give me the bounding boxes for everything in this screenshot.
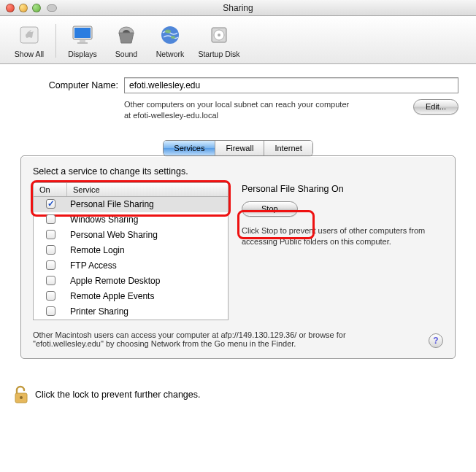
toolbar-displays[interactable]: Displays: [61, 23, 104, 58]
tab-services[interactable]: Services: [164, 141, 215, 155]
svg-rect-2: [74, 28, 91, 38]
services-table: On Service Personal File SharingWindows …: [33, 182, 229, 320]
detail-heading: Personal File Sharing On: [242, 184, 443, 194]
service-name: Personal Web Sharing: [67, 230, 228, 240]
table-row[interactable]: Personal Web Sharing: [34, 228, 228, 243]
table-row[interactable]: Remote Login: [34, 243, 228, 258]
window-title: Sharing: [0, 3, 476, 13]
table-row[interactable]: Personal File Sharing: [34, 197, 228, 212]
toolbar-label: Sound: [115, 50, 137, 58]
svg-rect-4: [77, 42, 88, 44]
checkbox[interactable]: [46, 214, 55, 224]
service-name: Personal File Sharing: [67, 199, 228, 209]
toolbar-label: Network: [156, 50, 185, 58]
toolbar: Show All Displays Sound Network Startup …: [0, 16, 476, 64]
detail-desc: Click Stop to prevent users of other com…: [242, 225, 443, 247]
toolbar-toggle[interactable]: [47, 4, 57, 12]
checkbox[interactable]: [46, 245, 55, 255]
svg-point-14: [20, 396, 23, 399]
toolbar-label: Show All: [15, 50, 44, 58]
computer-name-field[interactable]: [124, 77, 458, 93]
table-row[interactable]: Remote Apple Events: [34, 289, 228, 304]
checkbox[interactable]: [46, 230, 55, 239]
titlebar: Sharing: [0, 0, 476, 16]
service-name: Printer Sharing: [67, 306, 228, 317]
checkbox[interactable]: [46, 199, 55, 209]
separator: [55, 24, 56, 58]
checkbox[interactable]: [46, 276, 55, 285]
table-row[interactable]: Printer Sharing: [34, 304, 228, 320]
tab-internet[interactable]: Internet: [264, 141, 312, 155]
col-on[interactable]: On: [34, 183, 67, 196]
computer-name-label: Computer Name:: [18, 80, 118, 90]
table-row[interactable]: FTP Access: [34, 258, 228, 274]
table-row[interactable]: Apple Remote Desktop: [34, 274, 228, 289]
edit-button[interactable]: Edit...: [413, 99, 458, 115]
service-name: Windows Sharing: [67, 214, 228, 225]
footer-text: Other Macintosh users can access your co…: [33, 330, 418, 348]
service-name: FTP Access: [67, 260, 228, 271]
lock-text: Click the lock to prevent further change…: [35, 390, 201, 400]
svg-rect-3: [80, 40, 85, 42]
stop-button[interactable]: Stop: [242, 201, 298, 217]
zoom-button[interactable]: [32, 4, 41, 12]
table-header: On Service: [34, 183, 228, 197]
checkbox[interactable]: [46, 260, 55, 270]
computer-name-hint: Other computers on your local subnet can…: [124, 99, 350, 121]
services-prompt: Select a service to change its settings.: [33, 166, 443, 177]
toolbar-network[interactable]: Network: [148, 23, 192, 58]
help-button[interactable]: ?: [429, 333, 443, 348]
close-button[interactable]: [6, 4, 15, 12]
minimize-button[interactable]: [19, 4, 28, 12]
svg-point-9: [171, 36, 175, 39]
lock-icon[interactable]: [13, 385, 29, 404]
toolbar-label: Startup Disk: [198, 50, 239, 58]
tab-bar: Services Firewall Internet: [163, 140, 312, 156]
table-row[interactable]: Windows Sharing: [34, 212, 228, 228]
service-name: Remote Login: [67, 245, 228, 255]
toolbar-label: Displays: [68, 50, 97, 58]
svg-point-8: [165, 30, 171, 34]
col-service[interactable]: Service: [67, 183, 228, 196]
tab-firewall[interactable]: Firewall: [215, 141, 264, 155]
toolbar-startup-disk[interactable]: Startup Disk: [192, 23, 246, 58]
service-name: Remote Apple Events: [67, 291, 228, 301]
checkbox[interactable]: [46, 291, 55, 301]
display-icon: [70, 23, 95, 47]
services-pane: Select a service to change its settings.…: [20, 155, 456, 359]
toolbar-sound[interactable]: Sound: [104, 23, 148, 58]
window-controls: [6, 4, 41, 12]
disk-icon: [207, 23, 231, 47]
service-name: Apple Remote Desktop: [67, 276, 228, 286]
apple-icon: [17, 23, 42, 47]
speaker-icon: [114, 23, 139, 47]
svg-point-7: [161, 26, 179, 44]
svg-point-12: [218, 34, 220, 36]
toolbar-show-all[interactable]: Show All: [7, 23, 51, 58]
globe-icon: [158, 23, 183, 47]
checkbox[interactable]: [46, 306, 55, 316]
